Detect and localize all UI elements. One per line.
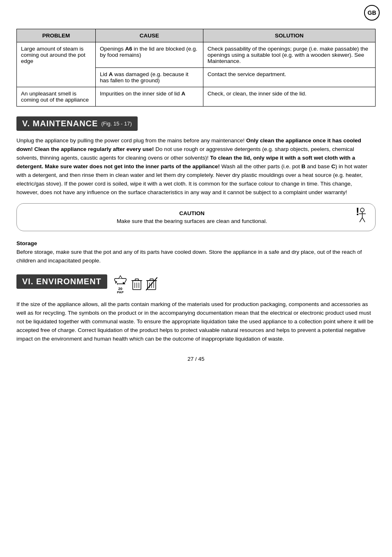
storage-body: Before storage, make sure that the pot a… bbox=[16, 248, 376, 265]
cause-blocked-openings: Openings A6 in the lid are blocked (e.g.… bbox=[96, 42, 203, 68]
maintenance-section: V. MAINTENANCE (Fig. 15 - 17) Unplug the… bbox=[16, 116, 376, 197]
environment-body: If the size of the appliance allows, all… bbox=[16, 300, 376, 343]
environment-section: VI. ENVIRONMENT 20 PAP bbox=[16, 274, 376, 343]
environment-icons: 20 PAP bbox=[113, 275, 157, 294]
problem-steam: Large amount of steam is coming out arou… bbox=[17, 42, 96, 87]
svg-text:!: ! bbox=[356, 207, 360, 217]
solution-contact-service: Contact the service department. bbox=[203, 68, 375, 87]
svg-line-3 bbox=[360, 218, 362, 222]
environment-heading: VI. ENVIRONMENT bbox=[16, 274, 107, 289]
environment-heading-row: VI. ENVIRONMENT 20 PAP bbox=[16, 274, 376, 295]
bin-icon bbox=[131, 277, 143, 292]
problem-smell: An unpleasant smell is coming out of the… bbox=[17, 87, 96, 107]
table-row: Large amount of steam is coming out arou… bbox=[17, 42, 376, 68]
troubleshooting-table: PROBLEM CAUSE SOLUTION Large amount of s… bbox=[16, 29, 376, 107]
caution-title: CAUTION bbox=[33, 210, 350, 216]
no-bin-icon bbox=[146, 277, 157, 292]
table-row: An unpleasant smell is coming out of the… bbox=[17, 87, 376, 107]
maintenance-fig-note: (Fig. 15 - 17) bbox=[101, 121, 131, 127]
maintenance-heading: V. MAINTENANCE (Fig. 15 - 17) bbox=[16, 116, 138, 131]
caution-icon: ! bbox=[352, 207, 369, 227]
caution-body: Make sure that the bearing surfaces are … bbox=[33, 218, 350, 224]
table-header-problem: PROBLEM bbox=[17, 29, 96, 42]
gb-badge: GB bbox=[364, 5, 380, 21]
table-header-solution: SOLUTION bbox=[203, 29, 375, 42]
storage-title: Storage bbox=[16, 240, 376, 246]
recycling-pap-icon: 20 PAP bbox=[113, 275, 128, 294]
storage-section: Storage Before storage, make sure that t… bbox=[16, 240, 376, 265]
solution-clean-lid: Check, or clean, the inner side of the l… bbox=[203, 87, 375, 107]
maintenance-body: Unplug the appliance by pulling the powe… bbox=[16, 137, 376, 197]
table-header-cause: CAUSE bbox=[96, 29, 203, 42]
cause-damaged-lid: Lid A was damaged (e.g. because it has f… bbox=[96, 68, 203, 87]
page-number: 27 / 45 bbox=[16, 356, 376, 362]
solution-check-passability: Check passability of the openings; purge… bbox=[203, 42, 375, 68]
caution-box: ! CAUTION Make sure that the bearing sur… bbox=[16, 203, 376, 231]
svg-line-4 bbox=[362, 218, 365, 222]
cause-impurities: Impurities on the inner side of lid A bbox=[96, 87, 203, 107]
svg-point-0 bbox=[360, 208, 364, 212]
